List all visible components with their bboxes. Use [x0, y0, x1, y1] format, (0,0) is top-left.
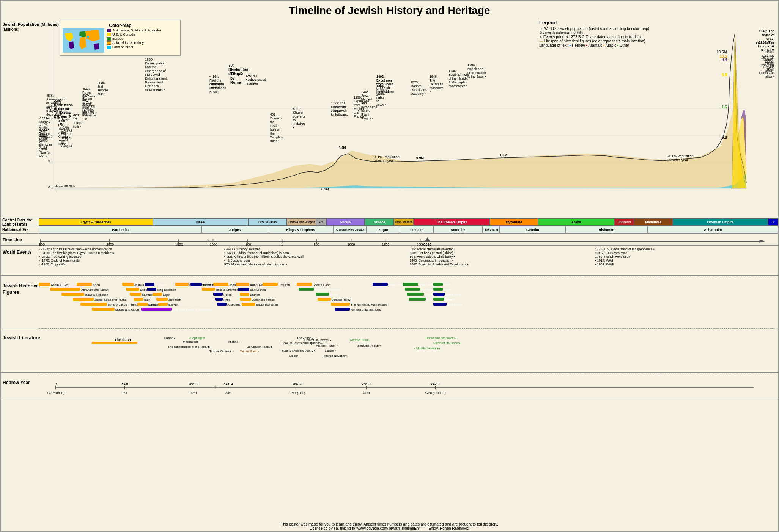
world-event-item: 1789: French Revolution	[595, 255, 773, 259]
svg-text:4.4M: 4.4M	[338, 146, 346, 149]
svg-text:3761 (1CE): 3761 (1CE)	[290, 391, 305, 395]
svg-rect-103	[238, 288, 249, 291]
svg-marker-53	[425, 237, 431, 242]
era-mamlukes: Mamlukes	[634, 218, 673, 226]
svg-rect-139	[433, 283, 443, 286]
svg-text:King Solomon: King Solomon	[157, 288, 176, 292]
era-arabs: Arabs	[538, 218, 614, 226]
svg-text:The Torah: The Torah	[115, 338, 131, 342]
svg-text:1761: 1761	[190, 391, 197, 395]
svg-text:Herzl: Herzl	[444, 283, 451, 287]
world-event-item: • -1200: Trojan War	[39, 262, 217, 266]
svg-text:↑: ↑	[54, 190, 56, 193]
svg-rect-101	[213, 293, 223, 296]
svg-text:Yehuda Halevi: Yehuda Halevi	[332, 298, 351, 301]
svg-text:Rabbeinu Gershom: Rabbeinu Gershom	[315, 288, 341, 292]
timeline-content: -3500 -2500 -1500 ✳ -1000 -500 1	[39, 234, 774, 245]
svg-rect-95	[213, 283, 228, 286]
svg-rect-93	[190, 283, 202, 286]
svg-text:Joshua: Joshua	[134, 283, 144, 287]
svg-text:ג'תשא: ג'תשא	[293, 382, 302, 386]
svg-rect-63	[73, 298, 94, 301]
svg-rect-125	[331, 303, 350, 306]
svg-text:2010: 2010	[423, 243, 431, 246]
figures-svg: Adam & Eve Noah Abraham and Sarah Isaac …	[39, 281, 771, 328]
svg-text:Shulchan Aruch •: Shulchan Aruch •	[357, 344, 381, 347]
era-egypt: Egypt & Canaanites	[39, 218, 153, 226]
svg-text:2000: 2000	[416, 243, 424, 246]
world-event-item: 1687: Scientific & Industrial Revolution…	[410, 262, 588, 266]
svg-text:0.9M: 0.9M	[416, 156, 424, 160]
era-byzantine: Byzantine	[490, 218, 538, 226]
svg-text:Mishneh Torah •: Mishneh Torah •	[316, 344, 338, 347]
svg-rect-91	[175, 283, 189, 286]
svg-text:0.3M: 0.3M	[321, 187, 329, 191]
control-label: Control Over the Land of Israel	[1, 217, 39, 227]
svg-text:Chovot HaLevavot •: Chovot HaLevavot •	[304, 338, 331, 342]
svg-text:Einstein: Einstein	[445, 298, 455, 301]
svg-text:Elijah: Elijah	[163, 293, 170, 297]
svg-text:Bar Kokhba: Bar Kokhba	[250, 288, 266, 292]
svg-rect-111	[240, 298, 251, 301]
svg-rect-71	[145, 283, 154, 286]
svg-text:Targum Onkelos •: Targum Onkelos •	[209, 350, 233, 353]
svg-text:1: 1	[281, 243, 283, 246]
world-events-label: World Events	[3, 250, 31, 255]
svg-text:ד'תש'ס: ד'תש'ס	[361, 382, 371, 386]
svg-text:↑: ↑	[52, 98, 54, 102]
svg-text:2761: 2761	[225, 391, 232, 395]
svg-text:Hillel & Shammai: Hillel & Shammai	[216, 288, 239, 292]
svg-text:15: 15	[46, 106, 50, 110]
svg-rect-145	[433, 298, 444, 301]
svg-text:Maccabees •: Maccabees •	[183, 340, 200, 344]
svg-rect-89	[141, 308, 172, 311]
svg-rect-131	[403, 283, 418, 286]
svg-text:Samson: Samson	[142, 293, 153, 297]
world-event-item: • -221: China unifies (40 million) & bui…	[224, 255, 402, 259]
hebrew-year-section: Hebrew Year א 1 (3761BCE) תשא 761 א'תשא …	[1, 376, 778, 399]
separator-1	[39, 276, 774, 279]
svg-rect-75	[147, 288, 156, 291]
figures-section: Jewish HistoricalFigures Adam & Eve Noah…	[1, 279, 778, 328]
world-event-item: • -3500: Agricultural revolution – vine …	[39, 247, 217, 251]
svg-text:Bialik: Bialik	[444, 288, 451, 292]
era-israel-judah: Israel & Judah	[248, 218, 287, 226]
separator-2	[39, 328, 774, 331]
era-judah-bab: Judah & Bab. Assyria	[287, 218, 316, 226]
svg-rect-117	[297, 283, 312, 286]
era-patriarchs: Patriarchs	[39, 226, 202, 233]
svg-text:Rabbi Yochanan: Rabbi Yochanan	[256, 303, 278, 306]
era-geonim: Geonim	[500, 226, 565, 233]
svg-text:• Mesillat Yesharim: • Mesillat Yesharim	[414, 347, 440, 350]
world-event-item: 825: Arabic Numerals invented •	[410, 247, 588, 251]
world-event-item: • 1914: WWI	[595, 259, 773, 262]
svg-text:✳: ✳	[206, 238, 210, 243]
svg-text:Saadia Gaon: Saadia Gaon	[313, 283, 330, 287]
svg-rect-127	[335, 308, 350, 311]
era-amoraim: Amoraim	[433, 226, 483, 233]
svg-text:Philo: Philo	[223, 298, 230, 301]
svg-text:Ramban, Nahmanides: Ramban, Nahmanides	[351, 308, 381, 311]
literature-label: Jewish Literature	[3, 335, 40, 341]
svg-text:1000: 1000	[347, 243, 355, 246]
timeline-row: Time Line -3500 -2500 -1500	[1, 234, 778, 246]
svg-text:10: 10	[46, 132, 50, 136]
page-title: Timeline of Jewish History and Heritage	[1, 1, 778, 19]
world-event-item: • -640: Currency invented	[224, 247, 402, 251]
svg-text:Rav Ashi: Rav Ashi	[279, 283, 291, 287]
svg-text:Judah the Prince: Judah the Prince	[252, 298, 275, 301]
world-event-item: • -4: Jesus is born	[224, 259, 402, 262]
svg-text:0: 0	[48, 185, 50, 189]
svg-rect-135	[407, 293, 424, 296]
svg-rect-133	[405, 288, 420, 291]
svg-text:761: 761	[122, 391, 127, 395]
svg-rect-55	[39, 283, 50, 286]
svg-rect-97	[236, 283, 249, 286]
svg-text:Adam & Eve: Adam & Eve	[51, 283, 68, 287]
svg-text:א: א	[54, 381, 57, 386]
svg-text:Growth a year: Growth a year	[373, 159, 394, 163]
era-kings-prophets: Kings & Prophets	[268, 226, 334, 233]
world-events-section: World Events • -3500: Agricultural revol…	[1, 246, 778, 276]
world-event-item: • -1770: Code of Hammurabi	[39, 259, 217, 262]
svg-text:King Saul Esther & Mordechai: King Saul Esther & Mordechai	[172, 308, 213, 311]
